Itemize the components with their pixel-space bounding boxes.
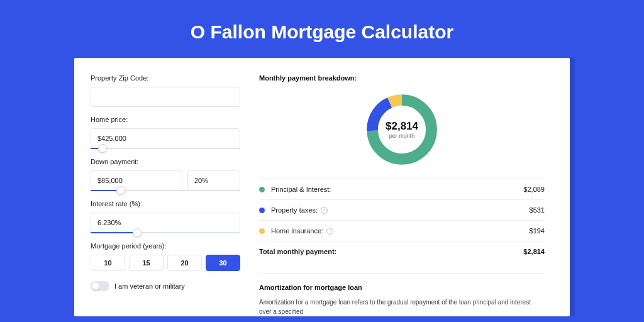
donut-center: $2,814 per month [363,91,441,169]
amortization-body: Amortization for a mortgage loan refers … [259,297,545,316]
total-label: Total monthly payment: [259,248,523,255]
slider-thumb[interactable] [98,144,107,153]
total-value: $2,814 [523,248,545,255]
slider-thumb[interactable] [116,186,125,195]
home-price-field: Home price: [91,116,240,149]
veteran-toggle[interactable] [91,281,109,291]
interest-field: Interest rate (%): [91,200,240,233]
interest-slider[interactable] [91,232,240,233]
legend-label: Home insurance:? [271,227,530,235]
period-btn-30[interactable]: 30 [206,255,240,271]
legend-row-taxes: Property taxes:? $531 [259,199,545,220]
down-payment-field: Down payment: [91,158,240,191]
info-icon[interactable]: ? [326,228,333,235]
veteran-label: I am veteran or military [114,282,185,290]
legend-value: $531 [530,206,545,214]
period-field: Mortgage period (years): 10 15 20 30 [91,242,240,271]
home-price-label: Home price: [91,116,240,123]
period-btn-20[interactable]: 20 [167,255,202,271]
breakdown-heading: Monthly payment breakdown: [259,74,545,82]
down-payment-slider[interactable] [91,190,240,191]
slider-fill [91,232,137,233]
donut-amount: $2,814 [386,120,418,133]
period-button-group: 10 15 20 30 [91,255,240,271]
amortization-section: Amortization for mortgage loan Amortizat… [259,273,545,316]
legend-row-principal: Principal & Interest: $2,089 [259,179,545,199]
home-price-slider[interactable] [91,148,240,149]
down-payment-input[interactable] [91,170,182,191]
veteran-row: I am veteran or military [91,281,240,291]
legend-label: Principal & Interest: [271,186,523,193]
breakdown-column: Monthly payment breakdown: $2,814 per mo… [259,74,545,316]
zip-input[interactable] [91,87,240,107]
page-title: O Fallon Mortgage Calculator [0,0,644,58]
zip-field: Property Zip Code: [91,74,240,107]
legend-row-total: Total monthly payment: $2,814 [259,241,545,262]
amortization-title: Amortization for mortgage loan [259,284,545,291]
period-btn-15[interactable]: 15 [129,255,164,271]
slider-thumb[interactable] [133,228,142,237]
form-column: Property Zip Code: Home price: Down paym… [91,74,240,316]
legend-dot-icon [259,228,265,234]
legend-label: Property taxes:? [271,206,530,214]
calculator-card: Property Zip Code: Home price: Down paym… [74,58,570,316]
down-payment-pct-input[interactable] [187,170,240,191]
legend-dot-icon [259,208,265,213]
interest-label: Interest rate (%): [91,200,240,208]
legend-value: $194 [530,227,545,235]
period-btn-10[interactable]: 10 [91,255,125,271]
zip-label: Property Zip Code: [91,74,240,82]
info-icon[interactable]: ? [321,207,328,214]
donut-sub: per month [389,133,415,139]
down-payment-label: Down payment: [91,158,240,165]
donut-chart: $2,814 per month [259,88,545,179]
home-price-input[interactable] [91,128,240,148]
interest-input[interactable] [91,213,240,233]
legend-dot-icon [259,187,265,192]
period-label: Mortgage period (years): [91,242,240,250]
legend-row-insurance: Home insurance:? $194 [259,220,545,241]
legend-value: $2,089 [523,186,545,193]
